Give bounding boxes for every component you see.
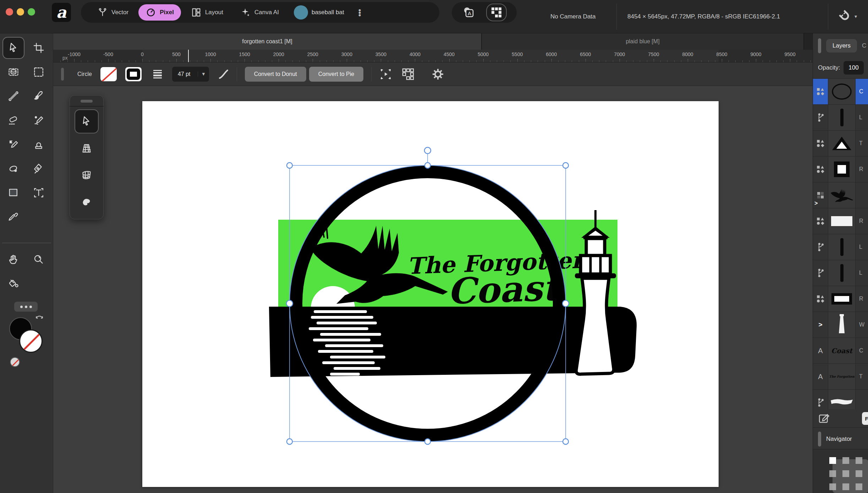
ruler-minor-tick [674,60,675,62]
insert-target-icon[interactable] [379,68,392,81]
canvas-viewport[interactable]: The Forgotten Coast [53,86,813,493]
stroke-style-icon[interactable] [152,69,163,80]
layer-thumbnail [828,234,856,260]
layer-row[interactable]: L [813,105,868,131]
kebab-menu-icon[interactable]: ••• [358,9,361,16]
chevron-down-icon[interactable]: ▼ [198,71,209,77]
persona-vector[interactable]: Vector [90,4,136,21]
swap-colors-icon[interactable] [34,313,45,324]
fill-swatch[interactable] [100,67,117,81]
studio-grid-icon[interactable] [486,4,507,21]
layer-row[interactable]: C [813,79,868,105]
ruler-minor-tick [667,60,668,62]
pixel-icon [145,7,156,18]
navigator-preview[interactable] [813,449,868,493]
fx-icon[interactable]: FX [862,412,868,425]
snapping-magnet-icon[interactable] [838,9,852,23]
erase-tool[interactable] [3,110,24,131]
edit-pencil-icon[interactable] [818,412,831,425]
layer-row[interactable]: R [813,208,868,234]
panel-drag-handle[interactable] [818,432,821,447]
tab-layers[interactable]: Layers [826,39,857,53]
ruler-minor-tick [531,60,531,62]
studio-right-panel: Layers C Opacity: 100 C L T R > R [813,33,868,493]
layer-row[interactable]: A The Forgotten T [813,364,868,390]
gradient-tool[interactable] [3,86,24,106]
palette-drag-handle[interactable] [81,100,93,103]
expand-arrow-icon[interactable]: > [814,200,818,207]
liquify-tool[interactable] [75,191,98,214]
pointer-tool[interactable] [75,110,98,133]
layer-row[interactable]: T [813,131,868,157]
clone-stamp-tool[interactable] [28,134,49,155]
ruler-tick-label: 6000 [546,51,557,57]
layer-thumbnail [828,286,856,312]
gear-icon[interactable] [431,67,445,81]
layer-row[interactable]: > [813,182,868,208]
rectangle-tool[interactable] [3,182,24,203]
convert-to-pie-button[interactable]: Convert to Pie [309,67,363,82]
stroke-swatch[interactable] [125,67,142,81]
smudge-tool[interactable] [3,158,24,179]
mesh-warp-tool[interactable] [75,164,98,187]
panel-drag-handle[interactable] [818,38,821,53]
layer-label: R [856,208,868,234]
snap-options-icon[interactable] [401,67,415,81]
more-tools-button[interactable] [14,302,38,312]
color-picker-tool[interactable] [3,207,24,227]
perspective-grid-tool[interactable] [75,137,98,160]
chevron-down-icon[interactable]: ▾ [855,13,857,19]
crop-tool[interactable] [28,38,49,58]
undo-brush-tool[interactable] [3,134,24,155]
ruler-minor-tick [735,60,736,62]
clone-stamp-icon [33,138,45,150]
layer-row[interactable] [813,390,868,409]
flood-fill-tool[interactable] [3,273,24,294]
tab-plaid-blue[interactable]: plaid blue [M] [482,33,804,50]
minimize-button[interactable] [17,8,24,16]
stroke-width-input[interactable]: 47 pt ▼ [172,67,209,82]
horizontal-ruler[interactable]: px -1000-5000500100015002000250030003500… [53,50,813,62]
ruler-minor-tick [156,60,156,62]
marquee-tool[interactable] [28,62,49,82]
frame-text-tool[interactable] [28,182,49,203]
button-label: Convert to Pie [318,71,354,77]
pressure-profile-icon[interactable] [218,69,229,80]
tab-channels-partial[interactable]: C [862,42,866,49]
ruler-minor-tick [701,60,702,62]
stroke-color-well[interactable] [19,329,43,353]
layer-row[interactable]: L [813,234,868,260]
view-hand-tool[interactable] [3,249,24,270]
navigator-handle [856,470,862,477]
auto-correct-icon[interactable]: A [462,5,476,20]
persona-pixel[interactable]: Pixel [138,4,181,21]
tab-forgotten-coast1[interactable]: forgotten coast1 [M] [53,33,482,50]
persona-canva-ai[interactable]: Canva AI [233,4,286,21]
pen-tool[interactable] [28,158,49,179]
layer-row[interactable]: L [813,260,868,286]
layer-row[interactable]: > W [813,312,868,338]
color-replacement-tool[interactable] [28,110,49,131]
layer-label: L [856,234,868,260]
move-tool[interactable] [3,38,24,58]
ruler-minor-tick [231,60,231,62]
convert-to-donut-button[interactable]: Convert to Donut [245,67,306,82]
close-button[interactable] [6,8,13,16]
layer-row[interactable]: R [813,286,868,312]
zoom-tool[interactable] [28,249,49,270]
ruler-tick-label: 5000 [478,51,489,57]
ruler-minor-tick [88,60,88,62]
no-color-well[interactable] [10,357,20,367]
layer-type-pixel-icon: > [813,182,828,208]
ruler-minor-tick [797,60,797,62]
paint-brush-tool[interactable] [28,86,49,106]
persona-layout[interactable]: Layout [184,4,230,21]
opacity-input[interactable]: 100 [844,61,863,75]
opacity-label: Opacity: [818,64,840,71]
layer-row[interactable]: A Coast C [813,338,868,364]
toolbar-drag-handle[interactable] [61,68,64,81]
zoom-button[interactable] [28,8,35,16]
account-button[interactable]: baseball bat [289,5,349,20]
layer-row[interactable]: R [813,157,868,182]
selection-brush-tool[interactable] [3,62,24,82]
